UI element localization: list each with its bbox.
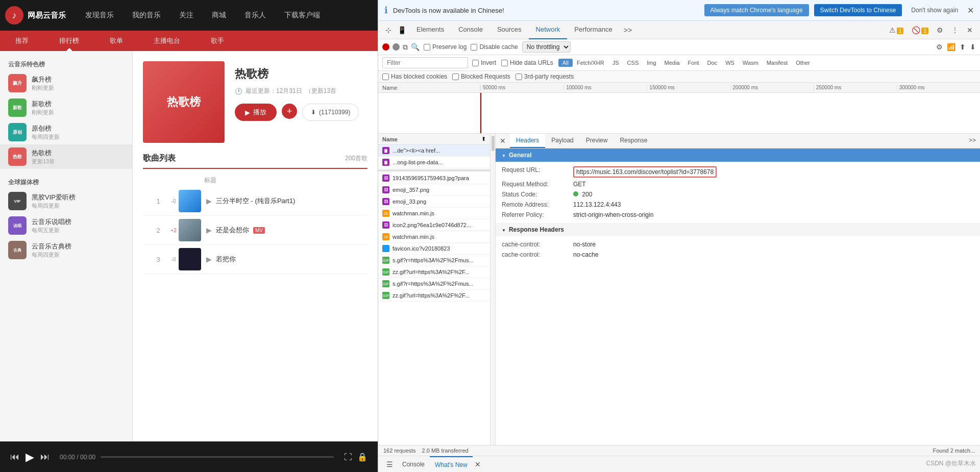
download-icon[interactable]: ⬇ — [970, 43, 976, 51]
play-song-icon[interactable]: ▶ — [206, 255, 212, 263]
warning-badge[interactable]: ⚠1 — [886, 24, 907, 36]
list-item[interactable]: GIF zz.gif?url=https%3A%2F%2F... — [378, 290, 490, 302]
blocked-cookies-input[interactable] — [382, 73, 389, 80]
prev-button[interactable]: ⏮ — [10, 452, 19, 462]
sidebar-item-xinggebang[interactable]: 新歌 新歌榜 刚刚更新 — [0, 95, 132, 120]
list-item[interactable]: 🖼 emoji_357.png — [378, 184, 490, 196]
filter-input[interactable] — [382, 57, 468, 68]
sidebar-item-gudian[interactable]: 古典 云音乐古典榜 每周四更新 — [0, 238, 132, 262]
disable-cache-input[interactable] — [471, 44, 477, 51]
play-button[interactable]: ▶ 播放 — [235, 104, 277, 121]
upload-icon[interactable]: ⬆ — [960, 43, 966, 51]
list-item[interactable]: 🌐 favicon.ico?v20180823 — [378, 243, 490, 255]
preserve-log-input[interactable] — [424, 44, 430, 51]
tab-sources[interactable]: Sources — [490, 21, 529, 39]
throttle-select[interactable]: No throttling — [522, 41, 571, 53]
close-bottom-tab-icon[interactable]: ✕ — [475, 460, 481, 468]
sort-icon[interactable]: ⬆ — [481, 136, 486, 142]
nav-download[interactable]: 下载客户端 — [275, 0, 329, 31]
lock-icon[interactable]: 🔒 — [357, 452, 368, 462]
filter-fetch-xhr[interactable]: Fetch/XHR — [573, 59, 608, 67]
filter-manifest[interactable]: Manifest — [763, 59, 792, 67]
sub-nav-charts[interactable]: 排行榜 — [44, 31, 94, 51]
nav-discover[interactable]: 发现音乐 — [76, 0, 123, 31]
nav-follow[interactable]: 关注 — [170, 0, 203, 31]
details-tab-headers[interactable]: Headers — [510, 134, 545, 148]
close-devtools-icon[interactable]: ✕ — [964, 24, 976, 36]
filter-img[interactable]: Img — [643, 59, 660, 67]
blocked-requests-checkbox[interactable]: Blocked Requests — [452, 73, 510, 80]
disable-cache-checkbox[interactable]: Disable cache — [471, 43, 518, 51]
error-badge[interactable]: 🚫1 — [909, 24, 932, 36]
progress-bar[interactable] — [101, 456, 334, 458]
preserve-log-checkbox[interactable]: Preserve log — [424, 43, 467, 51]
response-headers-section[interactable]: Response Headers — [496, 223, 980, 236]
hide-data-urls-checkbox[interactable]: Hide data URLs — [501, 59, 553, 66]
list-scrollbar[interactable] — [491, 134, 496, 445]
play-song-icon[interactable]: ▶ — [206, 226, 212, 234]
tab-elements[interactable]: Elements — [409, 21, 451, 39]
nav-my-music[interactable]: 我的音乐 — [123, 0, 170, 31]
details-tab-preview[interactable]: Preview — [580, 134, 614, 148]
blocked-requests-input[interactable] — [452, 73, 459, 80]
tab-performance[interactable]: Performance — [567, 21, 619, 39]
sub-nav-recommend[interactable]: 推荐 — [0, 31, 44, 51]
list-item[interactable]: GIF zz.gif?url=https%3A%2F%2F... — [378, 266, 490, 278]
dont-show-button[interactable]: Don't show again — [907, 4, 962, 16]
sidebar-item-biaoshengbang[interactable]: 飙升 飙升榜 刚刚更新 — [0, 71, 132, 95]
list-item[interactable]: 🖼 19143596951759463.jpg?para — [378, 172, 490, 184]
list-item[interactable]: JS watchman.min.js — [378, 208, 490, 219]
sub-nav-artist[interactable]: 歌手 — [195, 31, 239, 51]
details-tab-payload[interactable]: Payload — [545, 134, 579, 148]
third-party-checkbox[interactable]: 3rd-party requests — [516, 73, 574, 80]
switch-chinese-button[interactable]: Switch DevTools to Chinese — [814, 4, 902, 16]
filter-all[interactable]: All — [558, 59, 573, 67]
invert-input[interactable] — [472, 60, 479, 66]
stop-button[interactable] — [393, 43, 400, 51]
sidebar-item-shuochang[interactable]: 说唱 云音乐说唱榜 每周五更新 — [0, 213, 132, 238]
hide-data-urls-input[interactable] — [501, 60, 508, 66]
filter-js[interactable]: JS — [608, 59, 623, 67]
sidebar-item-regbang[interactable]: 热歌 热歌榜 更新13首 — [0, 144, 132, 169]
network-settings-icon[interactable]: ⚙ — [936, 43, 943, 51]
download-button[interactable]: ⬇ (11710399) — [302, 104, 359, 121]
filter-wasm[interactable]: Wasm — [739, 59, 763, 67]
tab-console[interactable]: Console — [451, 21, 490, 39]
play-song-icon[interactable]: ▶ — [206, 197, 212, 205]
invert-checkbox[interactable]: Invert — [472, 59, 496, 66]
filter-icon[interactable]: ⧉ — [403, 43, 408, 52]
general-section-header[interactable]: General — [496, 148, 980, 162]
list-item[interactable]: GIF s.gif?r=https%3A%2F%2Fmus... — [378, 278, 490, 290]
list-item[interactable]: 🖼 emoji_33.png — [378, 196, 490, 208]
sub-nav-playlist[interactable]: 歌单 — [94, 31, 138, 51]
record-button[interactable] — [382, 43, 389, 51]
filter-other[interactable]: Other — [792, 59, 814, 67]
menu-icon[interactable]: ☰ — [382, 460, 397, 468]
list-item[interactable]: JS watchman.min.js — [378, 231, 490, 243]
sidebar-item-yuanchuangbang[interactable]: 原创 原创榜 每周四更新 — [0, 120, 132, 144]
more-tabs-icon[interactable]: >> — [965, 134, 980, 148]
scrollbar-thumb[interactable] — [492, 136, 495, 151]
third-party-input[interactable] — [516, 73, 522, 80]
list-item[interactable]: 📋 ...de"><li><a href... — [378, 145, 490, 157]
filter-font[interactable]: Font — [684, 59, 703, 67]
list-item[interactable]: 📋 ...ong-list-pre-data... — [378, 157, 490, 168]
next-button[interactable]: ⏭ — [40, 452, 50, 462]
bottom-tab-console[interactable]: Console — [397, 456, 430, 473]
search-icon[interactable]: 🔍 — [411, 43, 420, 51]
sub-nav-radio[interactable]: 主播电台 — [138, 31, 195, 51]
filter-ws[interactable]: WS — [721, 59, 739, 67]
tab-network[interactable]: Network — [529, 21, 568, 39]
close-details-icon[interactable]: ✕ — [496, 134, 510, 148]
list-item[interactable]: GIF s.gif?r=https%3A%2F%2Fmus... — [378, 255, 490, 266]
filter-css[interactable]: CSS — [623, 59, 643, 67]
dock-icon[interactable]: ⋮ — [948, 24, 962, 36]
sidebar-item-heijiao[interactable]: VIP 黑胶VIP爱听榜 每周四更新 — [0, 189, 132, 213]
device-icon[interactable]: 📱 — [395, 24, 409, 36]
blocked-cookies-checkbox[interactable]: Has blocked cookies — [382, 73, 447, 80]
always-match-button[interactable]: Always match Chrome's language — [704, 4, 809, 16]
details-tab-response[interactable]: Response — [614, 134, 653, 148]
bottom-tab-whats-new[interactable]: What's New — [430, 456, 473, 473]
settings-icon[interactable]: ⚙ — [934, 24, 946, 36]
filter-media[interactable]: Media — [660, 59, 684, 67]
